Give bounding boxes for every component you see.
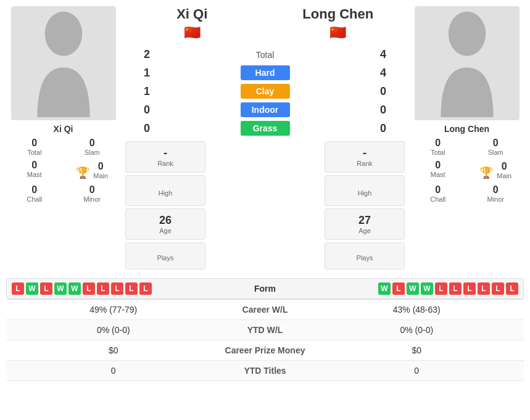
right-form-3: W <box>407 282 419 295</box>
stats-panels: - Rank High 26 Age Plays <box>125 141 405 272</box>
left-mast-label: Mast <box>7 171 62 178</box>
right-chall-label: Chall <box>411 196 465 203</box>
right-minor-cell: 0 Minor <box>468 183 524 204</box>
ytd-wl-left: 0% (0-0) <box>11 325 216 335</box>
left-main-value: 0 <box>93 161 108 172</box>
right-mast-label: Mast <box>411 171 465 178</box>
left-rank-label: Rank <box>131 160 200 167</box>
right-stat-panel: - Rank High 27 Age Plays <box>325 141 405 272</box>
ytd-titles-right: 0 <box>315 366 520 376</box>
left-plays-label: Plays <box>131 254 200 261</box>
career-wl-label: Career W/L <box>216 305 315 315</box>
right-form-9: L <box>492 282 504 295</box>
left-minor-value: 0 <box>65 184 120 196</box>
right-rank-box: - Rank <box>325 141 405 173</box>
left-high-label: High <box>131 189 200 197</box>
left-form-badges: L W L W W L L L L L <box>12 282 234 295</box>
left-player-name: Xi Qi <box>6 124 120 134</box>
svg-point-0 <box>44 12 82 56</box>
right-rank-label: Rank <box>330 160 399 167</box>
ytd-titles-row: 0 YTD Titles 0 <box>6 361 524 381</box>
player-headers: Xi Qi 🇨🇳 Long Chen 🇨🇳 <box>125 6 405 41</box>
clay-badge: Clay <box>241 84 290 99</box>
prize-money-left: $0 <box>11 345 216 355</box>
right-total-value: 0 <box>411 138 465 149</box>
left-total-label: Total <box>7 149 62 156</box>
right-minor-label: Minor <box>469 196 523 203</box>
right-flag: 🇨🇳 <box>271 25 405 41</box>
total-right-value: 4 <box>374 48 392 61</box>
total-row: 2 Total 4 <box>125 46 405 64</box>
top-section: Xi Qi 0 Total 0 Slam 0 Mast 🏆 <box>6 6 524 272</box>
middle-section: Xi Qi 🇨🇳 Long Chen 🇨🇳 2 Total 4 1 <box>125 6 405 272</box>
left-form-10: L <box>139 282 152 295</box>
right-player-stats: 0 Total 0 Slam 0 Mast 🏆 0 Main <box>410 136 524 204</box>
right-plays-label: Plays <box>330 254 399 261</box>
left-total-value: 0 <box>7 138 62 149</box>
left-stat-panel: - Rank High 26 Age Plays <box>125 141 205 272</box>
right-trophy-main-cell: 🏆 0 Main <box>468 159 524 182</box>
left-form-2: W <box>26 282 38 295</box>
right-age-box: 27 Age <box>325 208 405 240</box>
right-form-5: L <box>435 282 447 295</box>
left-age-label: Age <box>131 227 200 234</box>
hard-right: 4 <box>374 67 392 80</box>
right-slam-cell: 0 Slam <box>468 136 524 157</box>
right-form-10: L <box>506 282 518 295</box>
left-mast-value: 0 <box>7 160 62 171</box>
right-rank-value: - <box>330 147 399 160</box>
right-trophy-icon: 🏆 <box>479 166 493 179</box>
left-high-box: High <box>125 175 205 206</box>
hard-badge: Hard <box>241 65 290 80</box>
left-total-cell: 0 Total <box>6 136 63 157</box>
right-trophy-row: 🏆 0 Main <box>469 161 523 179</box>
right-high-box: High <box>325 175 405 206</box>
left-minor-label: Minor <box>65 196 120 203</box>
ytd-wl-row: 0% (0-0) YTD W/L 0% (0-0) <box>6 320 524 340</box>
main-container: Xi Qi 0 Total 0 Slam 0 Mast 🏆 <box>0 0 530 387</box>
right-main-value: 0 <box>497 161 511 172</box>
left-chall-label: Chall <box>7 196 62 203</box>
left-main-label: Main <box>93 172 108 179</box>
hard-left: 1 <box>138 67 156 80</box>
form-label: Form <box>234 284 296 294</box>
clay-row: 1 Clay 0 <box>125 82 405 101</box>
right-form-6: L <box>449 282 462 295</box>
right-form-2: L <box>392 282 405 295</box>
left-age-box: 26 Age <box>125 208 205 240</box>
left-mast-cell: 0 Mast <box>6 159 63 182</box>
right-chall-value: 0 <box>411 184 465 196</box>
left-rank-value: - <box>131 147 200 160</box>
prize-money-row: $0 Career Prize Money $0 <box>6 340 524 361</box>
left-player-stats: 0 Total 0 Slam 0 Mast 🏆 0 Main <box>6 136 120 204</box>
right-slam-value: 0 <box>469 138 523 149</box>
left-trophy-row: 🏆 0 Main <box>65 161 120 179</box>
left-flag: 🇨🇳 <box>125 25 259 41</box>
right-player-header: Long Chen 🇨🇳 <box>271 6 405 41</box>
clay-left: 1 <box>138 85 156 98</box>
grass-left: 0 <box>138 122 156 135</box>
left-trophy-icon: 🏆 <box>76 166 89 179</box>
career-wl-left: 49% (77-79) <box>11 305 216 315</box>
left-slam-value: 0 <box>65 138 120 149</box>
right-total-cell: 0 Total <box>410 136 466 157</box>
left-form-5: W <box>68 282 81 295</box>
left-form-6: L <box>83 282 95 295</box>
clay-right: 0 <box>374 85 392 98</box>
right-player-photo <box>415 6 520 120</box>
right-mast-cell: 0 Mast <box>410 159 466 182</box>
right-mast-value: 0 <box>411 160 465 171</box>
indoor-badge: Indoor <box>241 102 290 117</box>
indoor-right: 0 <box>374 104 392 117</box>
grass-badge: Grass <box>241 121 290 136</box>
bottom-stats-section: 49% (77-79) Career W/L 43% (48-63) 0% (0… <box>6 299 524 381</box>
left-form-3: L <box>40 282 52 295</box>
right-slam-label: Slam <box>469 149 523 156</box>
right-form-4: W <box>421 282 433 295</box>
left-header-name: Xi Qi <box>125 6 259 22</box>
right-age-label: Age <box>330 227 399 234</box>
surface-rows: 1 Hard 4 1 Clay 0 0 Indoor 0 0 Grass <box>125 64 405 138</box>
svg-point-1 <box>448 12 486 56</box>
ytd-wl-right: 0% (0-0) <box>315 325 520 335</box>
prize-money-right: $0 <box>315 345 520 355</box>
